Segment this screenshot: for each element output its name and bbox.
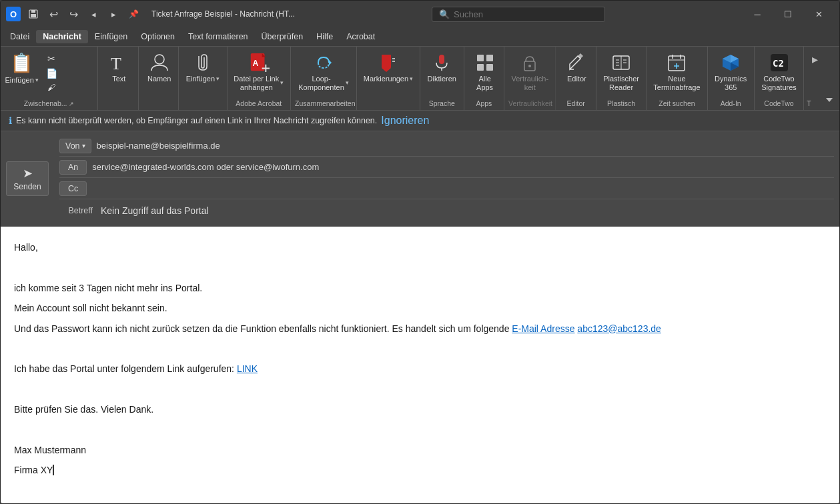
close-button[interactable]: ✕: [803, 3, 834, 25]
svg-rect-17: [486, 55, 493, 61]
ribbon-btn-alle-apps[interactable]: AlleApps: [468, 49, 502, 95]
body-greeting: Hallo,: [14, 240, 826, 255]
ribbon-btn-editor[interactable]: Editor: [560, 49, 593, 86]
svg-rect-16: [477, 55, 484, 61]
forward-button[interactable]: ▸: [105, 5, 122, 23]
subject-value: Kein Zugriff auf das Portal: [98, 205, 834, 216]
menu-ueberprufen[interactable]: Überprüfen: [255, 30, 310, 43]
menu-nachricht[interactable]: Nachricht: [36, 30, 88, 43]
menu-bar: Datei Nachricht Einfügen Optionen Text f…: [1, 27, 839, 46]
body-closing: Bitte prüfen Sie das. Vielen Dank.: [14, 402, 826, 417]
menu-hilfe[interactable]: Hilfe: [310, 30, 340, 43]
search-bar[interactable]: 🔍: [432, 7, 605, 22]
body-line2: Mein Account soll nicht bekannt sein.: [14, 301, 826, 315]
cc-button[interactable]: Cc: [59, 181, 87, 196]
svg-text:A: A: [252, 59, 258, 68]
ribbon-btn-dynamics-365[interactable]: Dynamics365: [712, 49, 750, 95]
pin-button[interactable]: 📌: [125, 5, 142, 23]
body-line3: Und das Passwort kann ich nicht zurück s…: [14, 321, 826, 336]
portal-link[interactable]: LINK: [237, 363, 258, 374]
body-signature-name: Max Mustermann: [14, 443, 826, 457]
minimize-button[interactable]: ─: [742, 3, 773, 25]
from-button[interactable]: Von ▾: [59, 139, 91, 153]
menu-optionen[interactable]: Optionen: [134, 30, 181, 43]
to-value: service@integrated-worlds.com oder servi…: [87, 162, 834, 172]
body-signature-company: Firma XY: [14, 463, 826, 477]
svg-point-21: [528, 65, 531, 67]
svg-rect-10: [382, 55, 391, 68]
cursor: [53, 465, 54, 475]
body-line1: ich komme seit 3 Tagen nicht mehr ins Po…: [14, 281, 826, 295]
svg-rect-1: [31, 10, 35, 13]
ribbon-btn-diktieren[interactable]: Diktieren: [424, 49, 460, 86]
back-button[interactable]: ◂: [85, 5, 102, 23]
title-bar: O ↩ ↪ ◂ ▸ 📌 Ticket Anfrage Beispiel - Na…: [1, 1, 839, 27]
ribbon-overflow-button[interactable]: ▸: [807, 49, 823, 69]
svg-marker-9: [329, 60, 332, 65]
composer: ➤ Senden Von ▾ beispiel-name@beispielfir…: [1, 131, 839, 227]
email-address-link[interactable]: E-Mail Adresse: [512, 323, 574, 334]
ribbon-expand-button[interactable]: [825, 95, 837, 107]
menu-text-formatieren[interactable]: Text formatieren: [181, 30, 255, 43]
from-value: beispiel-name@beispielfirma.de: [91, 141, 834, 151]
search-input[interactable]: [454, 9, 587, 19]
ribbon-btn-namen[interactable]: Namen: [143, 49, 176, 86]
info-ignore-link[interactable]: Ignorieren: [381, 115, 429, 127]
ribbon-btn-einfuegen[interactable]: 📋 Einfügen ▾: [1, 49, 42, 85]
redo-button[interactable]: ↪: [65, 5, 82, 23]
svg-rect-14: [439, 55, 444, 64]
info-text: Es kann nicht überprüft werden, ob Empfä…: [16, 116, 377, 125]
ribbon-btn-codetwo-signatures[interactable]: C2 CodeTwoSignatures: [759, 49, 799, 95]
email-body[interactable]: Hallo, ich komme seit 3 Tagen nicht mehr…: [1, 227, 839, 503]
svg-rect-19: [486, 64, 493, 71]
restore-button[interactable]: ☐: [773, 3, 803, 25]
ribbon-btn-ausschneiden[interactable]: ✂: [41, 52, 95, 65]
email-address-value[interactable]: abc123@abc123.de: [577, 323, 661, 334]
svg-marker-38: [826, 98, 833, 102]
subject-label: Betreff: [59, 206, 93, 215]
svg-rect-18: [477, 64, 484, 71]
ribbon-btn-format-uebertragen[interactable]: 🖌: [41, 81, 95, 93]
ribbon-btn-text[interactable]: T Text: [102, 49, 135, 86]
window-title: Ticket Anfrage Beispiel - Nachricht (HT.…: [151, 9, 295, 19]
ribbon-btn-neue-terminabfrage[interactable]: NeueTerminabfrage: [651, 49, 703, 95]
ribbon-btn-datei-anhaengen[interactable]: Einfügen ▾: [183, 49, 222, 86]
menu-einfuegen[interactable]: Einfügen: [88, 30, 134, 43]
svg-rect-2: [31, 14, 36, 17]
menu-acrobat[interactable]: Acrobat: [340, 30, 382, 43]
send-button[interactable]: ➤ Senden: [6, 161, 49, 196]
svg-marker-11: [382, 68, 391, 72]
send-icon: ➤: [23, 166, 33, 181]
ribbon-btn-markierungen[interactable]: Markierungen ▾: [361, 49, 416, 86]
save-button[interactable]: [25, 5, 42, 23]
ribbon-btn-loop-komponenten[interactable]: Loop-Komponenten ▾: [295, 49, 352, 95]
ribbon-btn-plastischer-reader[interactable]: PlastischerReader: [600, 49, 643, 95]
to-button[interactable]: An: [59, 160, 87, 175]
body-portal-link: Ich habe das Portal unter folgendem Link…: [14, 361, 826, 376]
undo-button[interactable]: ↩: [45, 5, 62, 23]
info-bar: ℹ Es kann nicht überprüft werden, ob Emp…: [1, 111, 839, 131]
search-icon: 🔍: [439, 9, 450, 19]
info-icon: ℹ: [9, 115, 12, 126]
app-icon: O: [6, 7, 21, 21]
svg-point-4: [155, 55, 164, 64]
menu-datei[interactable]: Datei: [3, 30, 36, 43]
ribbon-btn-kopieren[interactable]: 📄: [41, 67, 95, 80]
svg-text:C2: C2: [773, 58, 784, 69]
ribbon-btn-vertraulichkeit[interactable]: Vertraulich-keit: [508, 49, 551, 95]
email-body-text: Hallo, ich komme seit 3 Tagen nicht mehr…: [14, 240, 826, 478]
svg-text:T: T: [111, 54, 121, 73]
ribbon-btn-datei-per-link[interactable]: A Datei per Linkanhängen ▾: [232, 49, 287, 95]
ribbon: 📋 Einfügen ▾ ✂ 📄: [1, 46, 839, 111]
